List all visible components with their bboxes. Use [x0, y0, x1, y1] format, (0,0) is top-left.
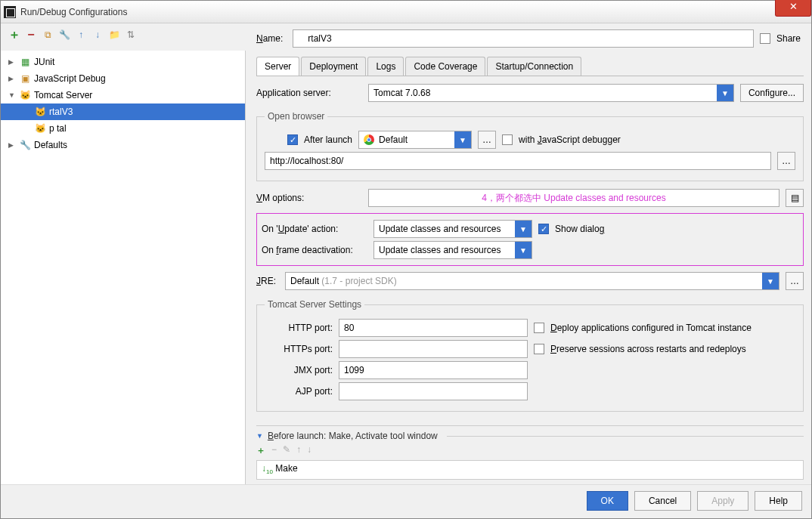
- bl-up-icon[interactable]: ↑: [296, 444, 301, 457]
- after-launch-label: After launch: [304, 134, 352, 145]
- app-server-label: Application server:: [256, 88, 362, 98]
- tree-item-junit[interactable]: ▶▦JUnit: [1, 54, 245, 70]
- browser-select[interactable]: Default ▼: [358, 131, 472, 149]
- tree-item-portal[interactable]: 🐱p tal: [1, 120, 245, 137]
- vm-options-label: VM options:: [256, 193, 362, 203]
- url-field[interactable]: [265, 152, 771, 170]
- tab-startup[interactable]: Startup/Connection: [487, 57, 581, 76]
- name-row: Name: Share: [256, 29, 801, 48]
- http-port-field[interactable]: [339, 319, 528, 337]
- deploy-label: Deploy applications configured in Tomcat…: [550, 323, 752, 333]
- sort-icon[interactable]: ⇅: [125, 29, 137, 41]
- wrench-icon[interactable]: 🔧: [58, 29, 70, 41]
- ajp-port-field[interactable]: [339, 382, 528, 400]
- name-label: Name:: [256, 33, 287, 44]
- bl-edit-icon[interactable]: ✎: [283, 444, 290, 457]
- on-frame-label: On frame deactivation:: [262, 245, 367, 255]
- jre-browse-button[interactable]: …: [786, 272, 804, 290]
- with-js-label: with JavaScript debugger: [519, 134, 621, 145]
- dropdown-arrow-icon[interactable]: ▼: [454, 131, 471, 148]
- tab-bar: Server Deployment Logs Code Coverage Sta…: [256, 57, 804, 76]
- titlebar: Run/Debug Configurations ✕: [1, 1, 811, 23]
- annotation-text: 4，两个都选中 Update classes and resources: [369, 192, 779, 205]
- open-browser-group: Open browser ✓ After launch Default ▼: [256, 111, 804, 181]
- deploy-checkbox[interactable]: [534, 323, 544, 333]
- share-label: Share: [776, 33, 801, 44]
- configure-button[interactable]: Configure...: [740, 84, 804, 102]
- tab-server[interactable]: Server: [256, 57, 299, 76]
- before-launch-title: Before launch: Make, Activate tool windo…: [268, 431, 438, 441]
- tomcat-run-icon: 🐱: [34, 106, 46, 118]
- add-icon[interactable]: ＋: [8, 29, 20, 41]
- dropdown-arrow-icon[interactable]: ▼: [762, 273, 779, 289]
- move-down-icon[interactable]: ↓: [91, 29, 104, 41]
- before-launch-item: Make: [275, 463, 297, 474]
- after-launch-checkbox[interactable]: ✓: [287, 134, 298, 145]
- dropdown-arrow-icon[interactable]: ▼: [717, 85, 733, 101]
- jre-label: JRE:: [256, 276, 279, 286]
- tree-item-tomcat[interactable]: ▼🐱Tomcat Server: [1, 87, 245, 103]
- http-port-label: HTTP port:: [265, 323, 333, 333]
- url-more-button[interactable]: …: [777, 152, 795, 170]
- ajp-port-label: AJP port:: [265, 386, 333, 397]
- tree-item-jsdebug[interactable]: ▶▣JavaScript Debug: [1, 70, 245, 87]
- tomcat-settings-legend: Tomcat Server Settings: [265, 299, 364, 310]
- close-button[interactable]: ✕: [775, 0, 811, 17]
- folder-icon[interactable]: 📁: [108, 29, 120, 41]
- jmx-port-field[interactable]: [339, 361, 528, 379]
- tomcat-icon: 🐱: [19, 89, 31, 101]
- share-checkbox[interactable]: [760, 33, 770, 44]
- make-task-icon: ↓10: [262, 463, 273, 474]
- dropdown-arrow-icon[interactable]: ▼: [515, 242, 532, 258]
- with-js-checkbox[interactable]: [502, 134, 513, 145]
- apply-button[interactable]: Apply: [697, 491, 748, 511]
- tree-item-defaults[interactable]: ▶🔧Defaults: [1, 137, 245, 153]
- dropdown-arrow-icon[interactable]: ▼: [515, 221, 532, 237]
- app-icon: [4, 6, 16, 18]
- copy-icon[interactable]: ⧉: [42, 29, 54, 41]
- annotation-box: On 'Update' action: Update classes and r…: [256, 213, 804, 266]
- window-title: Run/Debug Configurations: [20, 7, 127, 17]
- before-launch-section: ▼ Before launch: Make, Activate tool win…: [256, 425, 804, 480]
- junit-icon: ▦: [19, 56, 31, 68]
- tree-item-portalv3[interactable]: 🐱 rtalV3: [1, 103, 245, 120]
- config-tree: ▶▦JUnit ▶▣JavaScript Debug ▼🐱Tomcat Serv…: [1, 51, 246, 484]
- move-up-icon[interactable]: ↑: [75, 29, 87, 41]
- on-update-label: On 'Update' action:: [262, 224, 367, 234]
- vm-options-field[interactable]: 4，两个都选中 Update classes and resources: [368, 189, 779, 207]
- name-field[interactable]: [293, 29, 754, 48]
- bl-add-icon[interactable]: ＋: [256, 444, 265, 457]
- before-launch-list[interactable]: ↓10 Make: [256, 460, 804, 480]
- tab-codecoverage[interactable]: Code Coverage: [405, 57, 485, 76]
- tomcat-run-icon: 🐱: [34, 122, 46, 134]
- config-toolbar: ＋ − ⧉ 🔧 ↑ ↓ 📁 ⇅: [1, 23, 246, 46]
- bl-down-icon[interactable]: ↓: [307, 444, 311, 457]
- tab-deployment[interactable]: Deployment: [301, 57, 366, 76]
- wrench-icon: 🔧: [19, 139, 31, 151]
- tab-logs[interactable]: Logs: [367, 57, 404, 76]
- https-port-label: HTTPs port:: [265, 344, 333, 354]
- https-port-field[interactable]: [339, 340, 528, 358]
- vm-expand-button[interactable]: ▤: [786, 189, 804, 207]
- on-frame-select[interactable]: Update classes and resources ▼: [373, 241, 532, 259]
- jmx-port-label: JMX port:: [265, 365, 333, 375]
- app-server-select[interactable]: Tomcat 7.0.68 ▼: [368, 84, 734, 102]
- remove-icon[interactable]: −: [25, 29, 37, 41]
- open-browser-legend: Open browser: [265, 111, 327, 122]
- preserve-checkbox[interactable]: [534, 344, 544, 354]
- tomcat-settings-group: Tomcat Server Settings HTTP port: Deploy…: [256, 299, 804, 412]
- cancel-button[interactable]: Cancel: [634, 491, 691, 511]
- jsdebug-icon: ▣: [19, 73, 31, 85]
- chrome-icon: [364, 134, 374, 145]
- show-dialog-checkbox[interactable]: ✓: [538, 224, 549, 234]
- run-debug-config-dialog: Run/Debug Configurations ✕ ＋ − ⧉ 🔧 ↑ ↓ 📁…: [0, 0, 812, 519]
- jre-select[interactable]: Default (1.7 - project SDK) ▼: [285, 272, 779, 290]
- show-dialog-label: Show dialog: [555, 224, 604, 234]
- help-button[interactable]: Help: [755, 491, 802, 511]
- bl-remove-icon[interactable]: −: [271, 444, 277, 457]
- collapse-icon[interactable]: ▼: [256, 432, 263, 440]
- on-update-select[interactable]: Update classes and resources ▼: [373, 220, 532, 238]
- browser-more-button[interactable]: …: [478, 131, 496, 149]
- right-panel: Server Deployment Logs Code Coverage Sta…: [246, 51, 811, 484]
- ok-button[interactable]: OK: [587, 491, 628, 511]
